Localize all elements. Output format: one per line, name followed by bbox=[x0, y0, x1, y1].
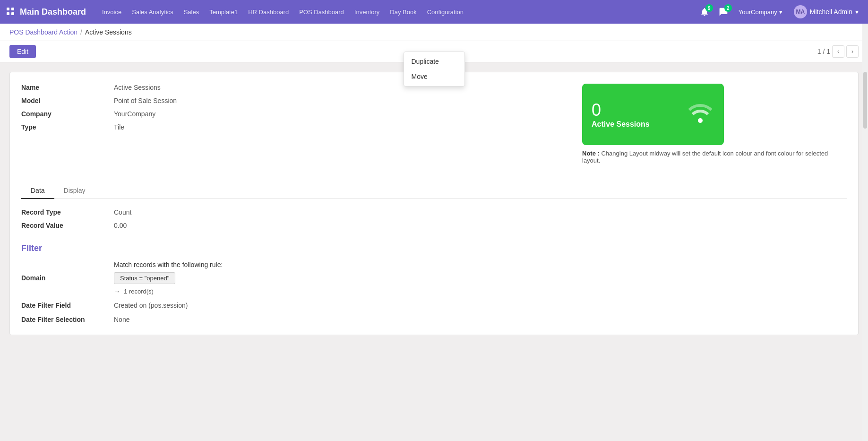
tile-preview-section: 0 Active Sessions Note : Changing Layout… bbox=[582, 84, 847, 164]
nav-hr-dashboard[interactable]: HR Dashboard bbox=[243, 6, 293, 18]
type-value: Tile bbox=[114, 123, 563, 131]
form-fields-col: Name Active Sessions Model Point of Sale… bbox=[21, 84, 563, 172]
breadcrumb: POS Dashboard Action / Active Sessions bbox=[0, 24, 868, 41]
note-text: Note : Changing Layout midway will set t… bbox=[582, 150, 847, 164]
date-filter-selection-label: Date Filter Selection bbox=[21, 316, 106, 323]
tab-data[interactable]: Data bbox=[21, 183, 54, 199]
company-label: Company bbox=[21, 110, 106, 118]
wifi-icon bbox=[686, 98, 714, 130]
model-label: Model bbox=[21, 97, 106, 104]
pagination: 1 / 1 ‹ › bbox=[817, 45, 859, 58]
nav-day-book[interactable]: Day Book bbox=[385, 6, 421, 18]
notification-badge: 9 bbox=[705, 4, 713, 12]
tab-display[interactable]: Display bbox=[54, 183, 95, 199]
dropdown-item-move[interactable]: Move bbox=[404, 69, 464, 84]
tab-bar: Data Display bbox=[21, 183, 847, 199]
nav-pos-dashboard[interactable]: POS Dashboard bbox=[294, 6, 349, 18]
form-card: Name Active Sessions Model Point of Sale… bbox=[9, 72, 859, 335]
scrollbar-thumb[interactable] bbox=[863, 72, 867, 129]
model-value: Point of Sale Session bbox=[114, 97, 563, 104]
action-dropdown: Duplicate Move bbox=[404, 52, 465, 86]
svg-rect-1 bbox=[11, 8, 14, 10]
record-count-row: → 1 record(s) bbox=[114, 288, 847, 295]
navbar-right: 9 2 YourCompany ▾ MA Mitchell Admin ▾ bbox=[697, 3, 862, 20]
record-type-value: Count bbox=[114, 208, 847, 216]
activity-icon-btn[interactable]: 9 bbox=[697, 5, 712, 18]
tile-count: 0 bbox=[592, 100, 650, 120]
filter-title: Filter bbox=[21, 243, 847, 253]
app-title: Main Dashboard bbox=[20, 7, 86, 17]
record-value-value: 0.00 bbox=[114, 222, 847, 229]
svg-rect-3 bbox=[11, 12, 14, 15]
svg-rect-2 bbox=[7, 12, 9, 15]
edit-button[interactable]: Edit bbox=[9, 45, 36, 58]
record-value-label: Record Value bbox=[21, 222, 106, 229]
svg-rect-0 bbox=[7, 8, 9, 10]
company-selector[interactable]: YourCompany ▾ bbox=[735, 7, 786, 17]
tile-preview-card: 0 Active Sessions bbox=[582, 84, 724, 145]
basic-form-fields: Name Active Sessions Model Point of Sale… bbox=[21, 84, 563, 131]
record-type-label: Record Type bbox=[21, 208, 106, 216]
record-fields: Record Type Count Record Value 0.00 bbox=[21, 208, 847, 229]
chevron-down-icon: ▾ bbox=[779, 9, 782, 16]
record-count: 1 record(s) bbox=[124, 288, 154, 295]
tile-left: 0 Active Sessions bbox=[592, 100, 650, 129]
domain-label: Domain bbox=[21, 274, 106, 282]
nav-sales-analytics[interactable]: Sales Analytics bbox=[127, 6, 178, 18]
type-label: Type bbox=[21, 123, 106, 131]
arrow-right-icon: → bbox=[114, 288, 120, 295]
name-value: Active Sessions bbox=[114, 84, 563, 91]
form-preview-row: Name Active Sessions Model Point of Sale… bbox=[21, 84, 847, 172]
main-content: Name Active Sessions Model Point of Sale… bbox=[0, 62, 868, 441]
domain-value: Match records with the following rule: S… bbox=[114, 261, 847, 295]
filter-section: Filter Domain Match records with the fol… bbox=[21, 243, 847, 323]
date-filter-field-value: Created on (pos.session) bbox=[114, 302, 847, 309]
nav-sales[interactable]: Sales bbox=[179, 6, 204, 18]
date-filter-field-label: Date Filter Field bbox=[21, 302, 106, 309]
toolbar: Edit Action ▾ Duplicate Move 1 / 1 ‹ › bbox=[0, 41, 868, 62]
breadcrumb-separator: / bbox=[80, 28, 82, 36]
prev-page-button[interactable]: ‹ bbox=[832, 45, 844, 58]
domain-badge: Status = "opened" bbox=[114, 272, 175, 284]
date-filter-selection-value: None bbox=[114, 316, 847, 323]
nav-invoice[interactable]: Invoice bbox=[97, 6, 126, 18]
pagination-text: 1 / 1 bbox=[817, 48, 830, 55]
avatar: MA bbox=[794, 5, 807, 18]
message-badge: 2 bbox=[724, 4, 732, 12]
next-page-button[interactable]: › bbox=[846, 45, 859, 58]
main-nav: Invoice Sales Analytics Sales Template1 … bbox=[97, 6, 697, 18]
breadcrumb-current: Active Sessions bbox=[85, 28, 132, 36]
chevron-down-icon: ▾ bbox=[855, 8, 859, 16]
nav-inventory[interactable]: Inventory bbox=[350, 6, 384, 18]
breadcrumb-parent[interactable]: POS Dashboard Action bbox=[9, 28, 77, 36]
company-value: YourCompany bbox=[114, 110, 563, 118]
top-navbar: Main Dashboard Invoice Sales Analytics S… bbox=[0, 0, 868, 24]
domain-prefix: Match records with the following rule: bbox=[114, 261, 847, 268]
dropdown-item-duplicate[interactable]: Duplicate bbox=[404, 54, 464, 69]
message-icon-btn[interactable]: 2 bbox=[716, 5, 731, 18]
filter-fields: Domain Match records with the following … bbox=[21, 261, 847, 323]
scrollbar-track[interactable] bbox=[862, 24, 868, 441]
nav-template1[interactable]: Template1 bbox=[205, 6, 242, 18]
user-menu[interactable]: MA Mitchell Admin ▾ bbox=[790, 3, 862, 20]
nav-configuration[interactable]: Configuration bbox=[422, 6, 468, 18]
name-label: Name bbox=[21, 84, 106, 91]
grid-menu-icon[interactable] bbox=[6, 7, 15, 17]
tile-label: Active Sessions bbox=[592, 120, 650, 129]
